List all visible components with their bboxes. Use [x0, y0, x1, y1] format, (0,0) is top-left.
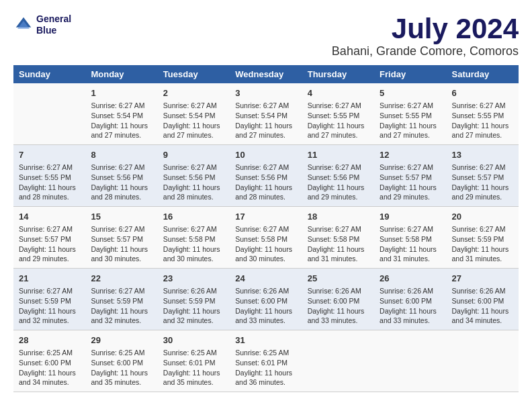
day-number: 7 — [19, 149, 80, 161]
cell-content: Sunrise: 6:26 AM Sunset: 6:00 PM Dayligh… — [380, 286, 441, 326]
cell-content: Sunrise: 6:27 AM Sunset: 5:56 PM Dayligh… — [91, 163, 152, 202]
day-number: 15 — [91, 211, 152, 223]
day-number: 4 — [308, 87, 369, 99]
calendar-cell — [302, 330, 374, 392]
cell-content: Sunrise: 6:26 AM Sunset: 6:00 PM Dayligh… — [308, 286, 369, 326]
cell-content: Sunrise: 6:27 AM Sunset: 5:58 PM Dayligh… — [308, 224, 369, 264]
cell-content: Sunrise: 6:27 AM Sunset: 5:59 PM Dayligh… — [91, 286, 152, 326]
calendar-cell: 30Sunrise: 6:25 AM Sunset: 6:01 PM Dayli… — [158, 330, 230, 392]
calendar-cell: 18Sunrise: 6:27 AM Sunset: 5:58 PM Dayli… — [302, 207, 374, 269]
cell-content: Sunrise: 6:27 AM Sunset: 5:56 PM Dayligh… — [235, 163, 296, 202]
cell-content: Sunrise: 6:25 AM Sunset: 6:00 PM Dayligh… — [19, 348, 80, 387]
day-number: 27 — [452, 273, 513, 285]
calendar-cell: 13Sunrise: 6:27 AM Sunset: 5:57 PM Dayli… — [447, 145, 519, 207]
calendar-week-row: 14Sunrise: 6:27 AM Sunset: 5:57 PM Dayli… — [13, 207, 519, 269]
calendar-cell: 14Sunrise: 6:27 AM Sunset: 5:57 PM Dayli… — [13, 207, 85, 269]
subtitle: Bahani, Grande Comore, Comoros — [332, 44, 519, 58]
calendar-cell: 20Sunrise: 6:27 AM Sunset: 5:59 PM Dayli… — [447, 207, 519, 269]
day-number: 26 — [380, 273, 441, 285]
calendar-cell: 12Sunrise: 6:27 AM Sunset: 5:57 PM Dayli… — [374, 145, 446, 207]
calendar-cell: 16Sunrise: 6:27 AM Sunset: 5:58 PM Dayli… — [158, 207, 230, 269]
page-header: General Blue July 2024 Bahani, Grande Co… — [13, 13, 519, 58]
cell-content: Sunrise: 6:27 AM Sunset: 5:58 PM Dayligh… — [380, 224, 441, 264]
cell-content: Sunrise: 6:27 AM Sunset: 5:55 PM Dayligh… — [308, 101, 369, 140]
day-number: 24 — [235, 273, 296, 285]
column-header-monday: Monday — [85, 65, 157, 83]
logo-icon — [13, 15, 34, 35]
calendar-cell: 26Sunrise: 6:26 AM Sunset: 6:00 PM Dayli… — [374, 269, 446, 330]
cell-content: Sunrise: 6:27 AM Sunset: 5:59 PM Dayligh… — [19, 286, 80, 326]
calendar-cell: 31Sunrise: 6:25 AM Sunset: 6:01 PM Dayli… — [230, 330, 302, 392]
calendar-cell: 4Sunrise: 6:27 AM Sunset: 5:55 PM Daylig… — [302, 83, 374, 144]
calendar-cell: 7Sunrise: 6:27 AM Sunset: 5:55 PM Daylig… — [13, 145, 85, 207]
calendar-cell: 3Sunrise: 6:27 AM Sunset: 5:54 PM Daylig… — [230, 83, 302, 144]
cell-content: Sunrise: 6:27 AM Sunset: 5:57 PM Dayligh… — [91, 224, 152, 264]
day-number: 29 — [91, 334, 152, 347]
cell-content: Sunrise: 6:26 AM Sunset: 6:00 PM Dayligh… — [235, 286, 296, 326]
calendar-cell: 29Sunrise: 6:25 AM Sunset: 6:00 PM Dayli… — [85, 330, 157, 392]
cell-content: Sunrise: 6:26 AM Sunset: 5:59 PM Dayligh… — [163, 286, 224, 326]
logo-text: General Blue — [36, 13, 71, 36]
day-number: 20 — [452, 211, 513, 223]
calendar-week-row: 28Sunrise: 6:25 AM Sunset: 6:00 PM Dayli… — [13, 330, 519, 392]
day-number: 9 — [163, 149, 224, 161]
calendar-cell: 25Sunrise: 6:26 AM Sunset: 6:00 PM Dayli… — [302, 269, 374, 330]
calendar-cell: 1Sunrise: 6:27 AM Sunset: 5:54 PM Daylig… — [85, 83, 157, 144]
calendar-week-row: 21Sunrise: 6:27 AM Sunset: 5:59 PM Dayli… — [13, 269, 519, 330]
day-number: 21 — [19, 273, 80, 285]
day-number: 14 — [19, 211, 80, 223]
calendar-cell: 8Sunrise: 6:27 AM Sunset: 5:56 PM Daylig… — [85, 145, 157, 207]
calendar-cell — [13, 83, 85, 144]
calendar-header-row: SundayMondayTuesdayWednesdayThursdayFrid… — [13, 65, 519, 83]
calendar-cell: 2Sunrise: 6:27 AM Sunset: 5:54 PM Daylig… — [158, 83, 230, 144]
calendar-cell: 5Sunrise: 6:27 AM Sunset: 5:55 PM Daylig… — [374, 83, 446, 144]
calendar-week-row: 7Sunrise: 6:27 AM Sunset: 5:55 PM Daylig… — [13, 145, 519, 207]
day-number: 2 — [163, 87, 224, 99]
calendar-table: SundayMondayTuesdayWednesdayThursdayFrid… — [13, 65, 519, 392]
calendar-cell: 27Sunrise: 6:26 AM Sunset: 6:00 PM Dayli… — [447, 269, 519, 330]
cell-content: Sunrise: 6:27 AM Sunset: 5:59 PM Dayligh… — [452, 224, 513, 264]
calendar-cell — [374, 330, 446, 392]
calendar-cell: 23Sunrise: 6:26 AM Sunset: 5:59 PM Dayli… — [158, 269, 230, 330]
day-number: 23 — [163, 273, 224, 285]
calendar-cell — [447, 330, 519, 392]
cell-content: Sunrise: 6:27 AM Sunset: 5:58 PM Dayligh… — [235, 224, 296, 264]
calendar-cell: 22Sunrise: 6:27 AM Sunset: 5:59 PM Dayli… — [85, 269, 157, 330]
column-header-thursday: Thursday — [302, 65, 374, 83]
calendar-cell: 15Sunrise: 6:27 AM Sunset: 5:57 PM Dayli… — [85, 207, 157, 269]
day-number: 12 — [380, 149, 441, 161]
cell-content: Sunrise: 6:27 AM Sunset: 5:57 PM Dayligh… — [19, 224, 80, 264]
column-header-sunday: Sunday — [13, 65, 85, 83]
day-number: 17 — [235, 211, 296, 223]
cell-content: Sunrise: 6:27 AM Sunset: 5:54 PM Dayligh… — [163, 101, 224, 140]
cell-content: Sunrise: 6:25 AM Sunset: 6:00 PM Dayligh… — [91, 348, 152, 387]
calendar-cell: 9Sunrise: 6:27 AM Sunset: 5:56 PM Daylig… — [158, 145, 230, 207]
main-title: July 2024 — [332, 13, 519, 44]
cell-content: Sunrise: 6:26 AM Sunset: 6:00 PM Dayligh… — [452, 286, 513, 326]
day-number: 18 — [308, 211, 369, 223]
cell-content: Sunrise: 6:27 AM Sunset: 5:55 PM Dayligh… — [380, 101, 441, 140]
cell-content: Sunrise: 6:25 AM Sunset: 6:01 PM Dayligh… — [163, 348, 224, 387]
day-number: 5 — [380, 87, 441, 99]
day-number: 25 — [308, 273, 369, 285]
column-header-tuesday: Tuesday — [158, 65, 230, 83]
day-number: 22 — [91, 273, 152, 285]
calendar-cell: 21Sunrise: 6:27 AM Sunset: 5:59 PM Dayli… — [13, 269, 85, 330]
cell-content: Sunrise: 6:27 AM Sunset: 5:55 PM Dayligh… — [452, 101, 513, 140]
title-section: July 2024 Bahani, Grande Comore, Comoros — [332, 13, 519, 58]
day-number: 28 — [19, 334, 80, 347]
day-number: 1 — [91, 87, 152, 99]
logo: General Blue — [13, 13, 71, 36]
cell-content: Sunrise: 6:27 AM Sunset: 5:54 PM Dayligh… — [91, 101, 152, 140]
day-number: 13 — [452, 149, 513, 161]
column-header-friday: Friday — [374, 65, 446, 83]
cell-content: Sunrise: 6:27 AM Sunset: 5:54 PM Dayligh… — [235, 101, 296, 140]
day-number: 30 — [163, 334, 224, 347]
day-number: 6 — [452, 87, 513, 99]
day-number: 3 — [235, 87, 296, 99]
day-number: 11 — [308, 149, 369, 161]
cell-content: Sunrise: 6:27 AM Sunset: 5:56 PM Dayligh… — [308, 163, 369, 202]
cell-content: Sunrise: 6:27 AM Sunset: 5:57 PM Dayligh… — [452, 163, 513, 202]
day-number: 8 — [91, 149, 152, 161]
cell-content: Sunrise: 6:27 AM Sunset: 5:57 PM Dayligh… — [380, 163, 441, 202]
